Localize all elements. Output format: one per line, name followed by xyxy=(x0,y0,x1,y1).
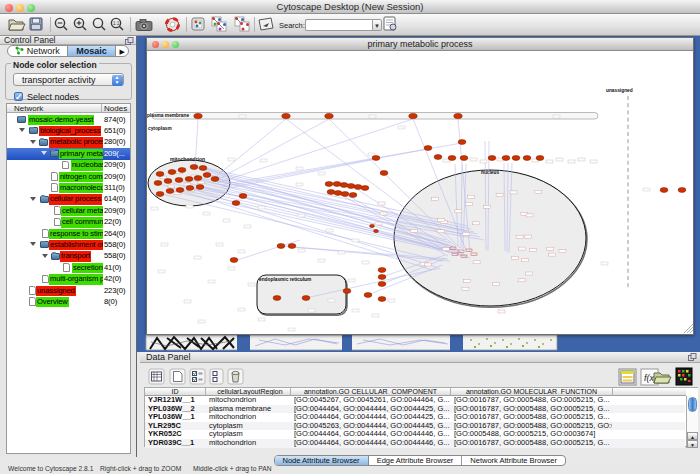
svg-text:nucleus: nucleus xyxy=(481,170,499,175)
svg-text:cytoplasm: cytoplasm xyxy=(148,126,172,131)
svg-text:endoplasmic reticulum: endoplasmic reticulum xyxy=(259,277,311,282)
svg-text:plasma membrane: plasma membrane xyxy=(147,113,189,118)
svg-text:1:1: 1:1 xyxy=(113,21,120,26)
svg-text:mitochondrion: mitochondrion xyxy=(170,156,205,162)
svg-text:unassigned: unassigned xyxy=(606,88,633,93)
